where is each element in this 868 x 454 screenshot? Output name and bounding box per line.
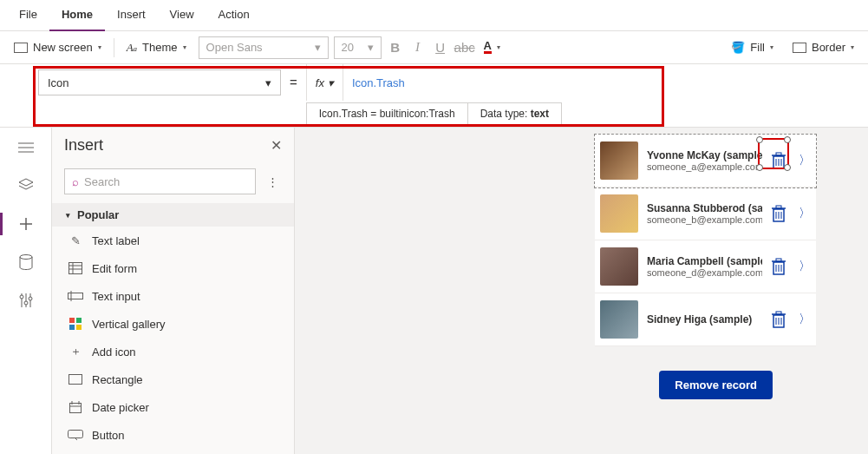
fx-icon: fx <box>316 76 324 89</box>
rail-layers-icon[interactable] <box>16 176 36 195</box>
svg-rect-25 <box>70 404 82 413</box>
chevron-down-icon: ▾ <box>497 43 500 51</box>
button-icon <box>68 427 83 443</box>
item-label: Add icon <box>92 345 136 359</box>
menu-view[interactable]: View <box>158 0 206 31</box>
bold-button[interactable]: B <box>387 40 404 55</box>
item-label: Date picker <box>92 401 149 414</box>
svg-rect-21 <box>76 318 82 323</box>
formula-hint: Icon.Trash = builtinicon:Trash Data type… <box>306 101 868 127</box>
border-button[interactable]: Border ▾ <box>786 36 861 60</box>
rail-tree-icon[interactable] <box>16 138 36 157</box>
chevron-down-icon: ▾ <box>66 211 70 220</box>
formula-input[interactable]: Icon.Trash <box>343 76 868 89</box>
chevron-down-icon: ▾ <box>770 43 773 51</box>
item-text-input[interactable]: Text input <box>52 282 294 310</box>
rectangle-icon <box>68 372 83 387</box>
svg-marker-4 <box>19 179 33 186</box>
more-icon[interactable]: ⋮ <box>264 175 282 188</box>
theme-icon: Aa <box>127 41 137 55</box>
remove-record-button[interactable]: Remove record <box>659 371 773 399</box>
font-color-button[interactable]: A ▾ <box>477 36 507 60</box>
chevron-right-icon[interactable]: 〉 <box>799 259 811 274</box>
font-size-value: 20 <box>342 41 354 54</box>
item-vertical-gallery[interactable]: Vertical gallery <box>52 310 294 338</box>
gallery-row[interactable]: Sidney Higa (sample) 〉 <box>595 293 816 346</box>
chevron-down-icon: ▾ <box>315 41 321 54</box>
avatar <box>600 247 638 286</box>
trash-icon[interactable] <box>771 205 790 222</box>
chevron-down-icon: ▾ <box>328 76 334 89</box>
gallery-icon <box>68 316 83 332</box>
strikethrough-button[interactable]: abc <box>454 40 472 55</box>
svg-rect-54 <box>776 312 781 314</box>
item-label: Rectangle <box>92 373 143 386</box>
item-text-label[interactable]: ✎Text label <box>52 227 294 254</box>
gallery-row[interactable]: Yvonne McKay (sample)someone_a@example.c… <box>595 135 816 188</box>
contact-email: someone_b@example.com <box>647 214 762 225</box>
canvas[interactable]: Yvonne McKay (sample)someone_a@example.c… <box>295 128 868 454</box>
contact-email: someone_a@example.com <box>647 161 762 172</box>
group-popular[interactable]: ▾ Popular <box>52 203 294 227</box>
item-edit-form[interactable]: Edit form <box>52 254 294 282</box>
fx-button[interactable]: fx ▾ <box>307 64 343 101</box>
italic-button[interactable]: I <box>409 40 427 55</box>
gallery-control[interactable]: Yvonne McKay (sample)someone_a@example.c… <box>595 135 816 346</box>
item-button[interactable]: Button <box>52 421 294 449</box>
menu-home[interactable]: Home <box>49 0 105 31</box>
toolbar: New screen ▾ Aa Theme ▾ Open Sans ▾ 20 ▾… <box>0 31 868 64</box>
hint-datatype: Data type: text <box>467 102 562 125</box>
contact-name: Maria Campbell (sample) <box>647 255 762 267</box>
rail-data-icon[interactable] <box>16 253 36 272</box>
chevron-right-icon[interactable]: 〉 <box>799 206 811 221</box>
chevron-down-icon: ▾ <box>851 43 854 51</box>
trash-icon[interactable] <box>771 152 790 169</box>
svg-point-11 <box>20 295 23 299</box>
svg-point-7 <box>20 255 32 260</box>
svg-rect-20 <box>69 318 75 323</box>
screen-icon <box>14 43 28 53</box>
theme-button[interactable]: Aa Theme ▾ <box>120 36 193 60</box>
plus-icon: ＋ <box>68 344 83 359</box>
menubar: File Home Insert View Action <box>0 0 868 31</box>
trash-icon[interactable] <box>771 311 790 328</box>
gallery-row[interactable]: Maria Campbell (sample)someone_d@example… <box>595 240 816 293</box>
item-add-icon[interactable]: ＋Add icon <box>52 338 294 365</box>
svg-rect-0 <box>15 43 28 52</box>
svg-point-12 <box>24 301 28 305</box>
property-select[interactable]: Icon ▾ <box>38 69 281 95</box>
font-value: Open Sans <box>206 41 263 54</box>
item-rectangle[interactable]: Rectangle <box>52 365 294 393</box>
fill-button[interactable]: 🪣 Fill ▾ <box>724 36 780 60</box>
rail-insert-icon[interactable] <box>16 214 36 234</box>
menu-insert[interactable]: Insert <box>105 0 158 31</box>
text-label-icon: ✎ <box>68 233 83 248</box>
avatar <box>600 194 638 233</box>
hint-expression: Icon.Trash = builtinicon:Trash <box>306 102 467 125</box>
font-select[interactable]: Open Sans ▾ <box>199 36 329 59</box>
underline-button[interactable]: U <box>432 40 449 55</box>
new-screen-button[interactable]: New screen ▾ <box>7 36 108 60</box>
svg-rect-48 <box>776 259 781 261</box>
trash-icon[interactable] <box>771 258 790 275</box>
item-date-picker[interactable]: Date picker <box>52 393 294 421</box>
chevron-right-icon[interactable]: 〉 <box>799 312 811 327</box>
text-input-icon <box>68 288 83 304</box>
font-color-icon: A <box>484 41 492 54</box>
contact-name: Susanna Stubberod (sample) <box>647 202 762 214</box>
menu-action[interactable]: Action <box>206 0 262 31</box>
menu-file[interactable]: File <box>7 0 49 31</box>
svg-rect-42 <box>776 206 781 208</box>
chevron-down-icon: ▾ <box>265 76 271 89</box>
left-rail <box>0 128 52 454</box>
contact-name: Sidney Higa (sample) <box>647 313 762 326</box>
insert-panel: Insert ✕ ⌕ Search ⋮ ▾ Popular ✎Text labe… <box>52 128 295 454</box>
search-input[interactable]: ⌕ Search <box>64 168 256 194</box>
font-size-select[interactable]: 20 ▾ <box>334 36 382 59</box>
gallery-row[interactable]: Susanna Stubberod (sample)someone_b@exam… <box>595 188 816 240</box>
rail-settings-icon[interactable] <box>16 291 36 310</box>
chevron-right-icon[interactable]: 〉 <box>799 153 811 168</box>
insert-list: ▾ Popular ✎Text label Edit form Text inp… <box>52 203 294 454</box>
contact-name: Yvonne McKay (sample) <box>647 149 762 161</box>
close-icon[interactable]: ✕ <box>271 137 282 154</box>
